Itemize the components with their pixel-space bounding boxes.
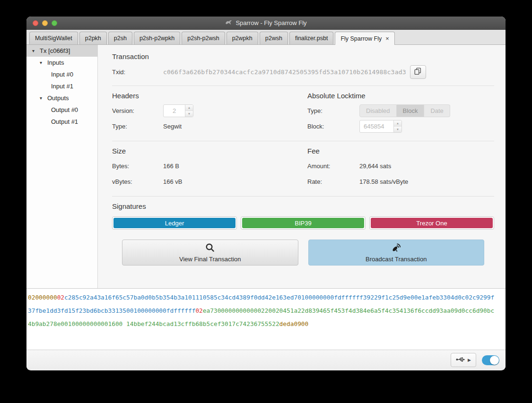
- window-title: Sparrow - Fly Sparrow Fly: [235, 19, 306, 26]
- bytes-value: 166 B: [163, 163, 179, 170]
- minimize-window-button[interactable]: [42, 20, 48, 26]
- spinner-down-icon[interactable]: ▼: [394, 127, 401, 132]
- broadcast-transaction-label: Broadcast Transaction: [366, 256, 427, 263]
- tab-p2pkh[interactable]: p2pkh: [79, 32, 107, 44]
- tree-item-outputs[interactable]: ▾ Outputs: [26, 92, 97, 104]
- tx-type-value: Segwit: [163, 123, 182, 130]
- tx-type-label: Type:: [112, 123, 163, 130]
- fee-heading: Fee: [307, 146, 494, 156]
- spinner-arrows-icon: ▲ ▼: [393, 120, 401, 132]
- signatures-heading: Signatures: [112, 201, 494, 212]
- tab-p2wsh[interactable]: p2wsh: [260, 32, 288, 44]
- view-final-transaction-label: View Final Transaction: [179, 256, 241, 263]
- zoom-window-button[interactable]: [52, 20, 57, 26]
- locktime-disabled-button[interactable]: Disabled: [359, 104, 397, 117]
- tab-multisigwallet[interactable]: MultiSigWallet: [29, 32, 78, 44]
- transaction-heading: Transaction: [112, 51, 494, 62]
- signature-bar-ledger[interactable]: Ledger: [112, 216, 237, 230]
- hex-output-count-byte: 02: [195, 307, 202, 314]
- transaction-detail-panel: Transaction Txid: c066f3a626bfb270344cac…: [98, 45, 506, 288]
- tree-item-output-0[interactable]: Output #0: [26, 104, 97, 116]
- version-spinner: ▲ ▼: [163, 104, 193, 117]
- close-tab-icon[interactable]: ×: [385, 35, 389, 42]
- copy-icon: [414, 68, 421, 77]
- tree-item-input-1[interactable]: Input #1: [26, 80, 97, 92]
- spinner-up-icon[interactable]: ▲: [394, 120, 401, 127]
- signature-bar-trezor-one[interactable]: Trezor One: [369, 216, 494, 230]
- size-heading: Size: [112, 146, 307, 156]
- locktime-block-button[interactable]: Block: [397, 104, 425, 117]
- vbytes-value: 166 vB: [163, 178, 182, 185]
- caret-right-icon: ▶: [468, 358, 471, 362]
- txid-value: c066f3a626bfb270344cacfc2a9710d874250539…: [163, 69, 406, 76]
- close-window-button[interactable]: [33, 20, 38, 26]
- tab-p2wpkh[interactable]: p2wpkh: [227, 32, 258, 44]
- fee-rate-value: 178.58 sats/vByte: [359, 178, 408, 185]
- wallet-tab-bar: MultiSigWallet p2pkh p2sh p2sh-p2wpkh p2…: [26, 30, 506, 45]
- raw-transaction-hex: 0200000002c285c92a43a16f65c57ba0d0b5b354…: [28, 291, 498, 331]
- block-input[interactable]: [360, 120, 393, 132]
- block-spinner: ▲ ▼: [359, 120, 402, 133]
- raw-transaction-hex-view[interactable]: 0200000002c285c92a43a16f65c57ba0d0b5b354…: [26, 288, 506, 350]
- tree-item-tx[interactable]: ▾ Tx [c066f3]: [26, 45, 97, 57]
- app-window: Sparrow - Fly Sparrow Fly MultiSigWallet…: [26, 17, 506, 370]
- connection-toggle[interactable]: [482, 355, 499, 365]
- headers-heading: Headers: [112, 91, 307, 101]
- transaction-tree-sidebar: ▾ Tx [c066f3] ▾ Inputs Input #0 Input #1…: [26, 45, 98, 288]
- signature-label: Ledger: [113, 218, 235, 228]
- txid-label: Txid:: [112, 69, 163, 76]
- toggle-knob: [490, 356, 499, 365]
- fee-amount-value: 29,644 sats: [359, 163, 391, 170]
- traffic-lights: [33, 20, 57, 26]
- spinner-down-icon[interactable]: ▼: [185, 111, 193, 117]
- tab-finalizer-psbt[interactable]: finalizer.psbt: [289, 32, 333, 44]
- tree-item-input-0[interactable]: Input #0: [26, 69, 97, 80]
- search-icon: [205, 242, 215, 254]
- spinner-up-icon[interactable]: ▲: [185, 105, 193, 111]
- hex-version-bytes: 02000000: [28, 294, 57, 301]
- sparrow-bird-icon: [225, 19, 232, 27]
- hex-locktime-bytes: deda0900: [279, 320, 309, 327]
- usb-icon: [456, 356, 465, 364]
- fee-amount-label: Amount:: [307, 163, 359, 170]
- status-bar: ▶: [26, 350, 506, 370]
- bytes-label: Bytes:: [112, 163, 163, 170]
- version-label: Version:: [112, 107, 163, 114]
- view-final-transaction-button[interactable]: View Final Transaction: [122, 240, 298, 266]
- locktime-type-segmented-control: Disabled Block Date: [359, 104, 450, 117]
- usb-devices-button[interactable]: ▶: [451, 353, 476, 367]
- spinner-arrows-icon: ▲ ▼: [185, 105, 193, 117]
- signature-label: Trezor One: [371, 218, 493, 228]
- signature-bar-bip39[interactable]: BIP39: [241, 216, 366, 230]
- locktime-date-button[interactable]: Date: [424, 104, 450, 117]
- copy-txid-button[interactable]: [410, 65, 426, 79]
- tab-p2sh-p2wpkh[interactable]: p2sh-p2wpkh: [134, 32, 180, 44]
- tab-p2sh[interactable]: p2sh: [108, 32, 132, 44]
- tree-item-output-1[interactable]: Output #1: [26, 116, 97, 128]
- locktime-type-label: Type:: [307, 107, 359, 114]
- locktime-heading: Absolute Locktime: [307, 91, 494, 101]
- chevron-expanded-icon[interactable]: ▾: [32, 48, 37, 53]
- signature-label: BIP39: [242, 218, 364, 228]
- hex-input-count-byte: 02: [57, 294, 64, 301]
- broadcast-icon: [391, 243, 401, 254]
- chevron-expanded-icon[interactable]: ▾: [40, 60, 44, 65]
- tab-fly-sparrow-fly[interactable]: Fly Sparrow Fly ×: [335, 32, 394, 45]
- tree-item-inputs[interactable]: ▾ Inputs: [26, 57, 97, 69]
- locktime-block-label: Block:: [307, 123, 359, 130]
- version-input[interactable]: [164, 105, 185, 117]
- title-bar: Sparrow - Fly Sparrow Fly: [26, 17, 506, 30]
- tab-p2sh-p2wsh[interactable]: p2sh-p2wsh: [182, 32, 225, 44]
- chevron-expanded-icon[interactable]: ▾: [40, 95, 44, 101]
- vbytes-label: vBytes:: [112, 178, 163, 185]
- broadcast-transaction-button[interactable]: Broadcast Transaction: [308, 240, 485, 266]
- fee-rate-label: Rate:: [307, 178, 359, 185]
